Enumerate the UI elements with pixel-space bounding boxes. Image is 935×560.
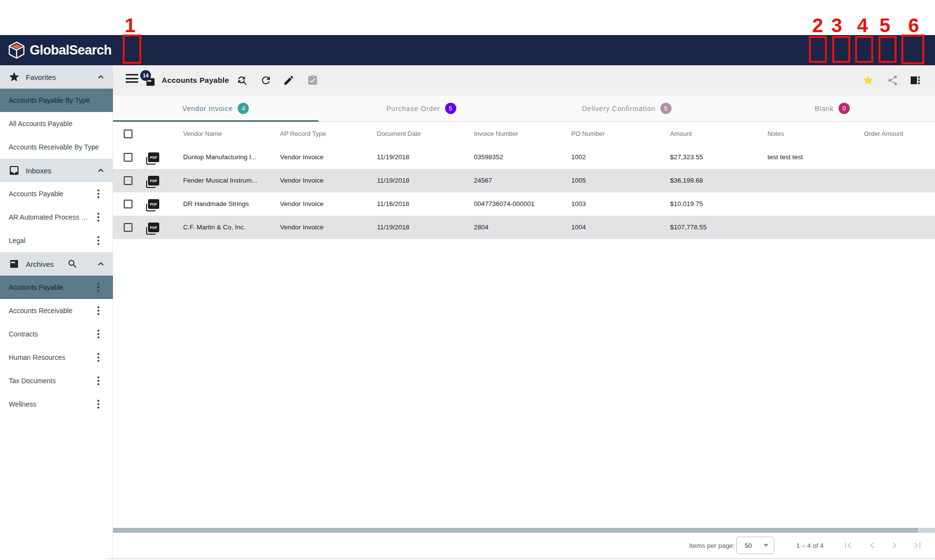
cell-amount: $36,199.68: [670, 169, 703, 192]
cell-po-number: 1003: [571, 192, 586, 216]
next-page-icon[interactable]: [889, 540, 900, 551]
items-per-page-value: 50: [745, 542, 752, 549]
table-row[interactable]: PDF C.F. Martin & Co, Inc. Vendor Invoic…: [113, 216, 935, 239]
cell-po-number: 1005: [571, 169, 586, 192]
annotation-number-6: 6: [908, 15, 919, 37]
pdf-document-icon[interactable]: PDF: [148, 199, 159, 209]
section-header-archives[interactable]: Archives: [0, 252, 113, 276]
pdf-document-icon[interactable]: PDF: [148, 223, 159, 232]
column-header-notes[interactable]: Notes: [767, 122, 784, 146]
view-layout-icon[interactable]: [909, 75, 921, 86]
select-all-checkbox[interactable]: [124, 130, 132, 138]
search-again-icon[interactable]: [236, 75, 248, 86]
tab-blank[interactable]: Blank 0: [729, 95, 935, 121]
tab-purchase-order[interactable]: Purchase Order 5: [318, 95, 524, 121]
bottom-divider: [107, 559, 935, 559]
refresh-icon[interactable]: [260, 75, 272, 86]
kebab-menu-icon[interactable]: [97, 283, 99, 292]
row-checkbox[interactable]: [124, 176, 132, 185]
last-page-icon[interactable]: [912, 540, 923, 551]
annotation-box-5: [879, 36, 897, 63]
row-checkbox[interactable]: [124, 153, 132, 162]
sidebar-item-tax-documents[interactable]: Tax Documents: [0, 369, 113, 392]
horizontal-scrollbar[interactable]: [113, 528, 935, 533]
sidebar-item-accounts-receivable[interactable]: Accounts Receivable: [0, 299, 113, 322]
sidebar-item-inbox-accounts-payable[interactable]: Accounts Payable: [0, 182, 113, 205]
column-header-document-date[interactable]: Document Date: [377, 122, 421, 146]
row-checkbox[interactable]: [124, 200, 132, 208]
tab-label: Purchase Order: [386, 105, 440, 112]
sidebar-item-archive-accounts-payable[interactable]: Accounts Payable: [0, 276, 113, 299]
sidebar-item-accounts-receivable-by-type[interactable]: Accounts Receivable By Type: [0, 135, 113, 159]
kebab-menu-icon[interactable]: [97, 306, 99, 315]
sidebar-item-label: Human Resources: [9, 354, 65, 361]
tab-label: Vendor Invoice: [183, 105, 233, 112]
first-page-icon[interactable]: [842, 540, 854, 551]
annotation-box-3: [832, 36, 850, 63]
items-per-page-select[interactable]: 50: [736, 537, 774, 554]
sidebar-item-label: Tax Documents: [9, 377, 56, 385]
previous-page-icon[interactable]: [866, 540, 878, 551]
inbox-doc-count: 14: [140, 70, 158, 90]
sidebar-item-legal[interactable]: Legal: [0, 229, 113, 252]
cell-amount: $27,323.55: [670, 146, 703, 169]
pdf-document-icon[interactable]: PDF: [148, 152, 159, 162]
archive-box-icon: [8, 258, 20, 270]
section-header-inboxes[interactable]: Inboxes: [0, 159, 113, 182]
row-checkbox[interactable]: [124, 223, 132, 232]
chevron-up-icon[interactable]: [95, 165, 106, 176]
globalsearch-logo-icon: [8, 41, 25, 59]
view-title: Accounts Payable: [162, 65, 229, 95]
tab-count-badge: 0: [839, 103, 850, 114]
sidebar: Favorites Accounts Payable By Type All A…: [0, 65, 113, 560]
section-title: Favorites: [26, 73, 56, 81]
sidebar-item-human-resources[interactable]: Human Resources: [0, 346, 113, 369]
share-icon[interactable]: [887, 75, 898, 86]
favorite-star-icon[interactable]: [862, 75, 874, 86]
table-header: Vendor Name AP Record Type Document Date…: [113, 122, 935, 146]
tasks-done-icon[interactable]: [307, 75, 318, 86]
edit-icon[interactable]: [283, 75, 295, 86]
kebab-menu-icon[interactable]: [97, 213, 99, 222]
search-icon[interactable]: [67, 259, 78, 269]
tab-vendor-invoice[interactable]: Vendor Invoice 4: [113, 95, 318, 121]
kebab-menu-icon[interactable]: [97, 236, 99, 245]
kebab-menu-icon[interactable]: [97, 400, 99, 409]
chevron-up-icon[interactable]: [95, 259, 106, 269]
cell-ap-record-type: Vendor Invoice: [280, 169, 323, 192]
sidebar-item-label: Contracts: [9, 330, 38, 338]
cell-amount: $107,778.55: [670, 216, 707, 239]
star-icon: [8, 71, 20, 83]
section-header-favorites[interactable]: Favorites: [0, 65, 113, 89]
column-header-amount[interactable]: Amount: [670, 122, 692, 146]
cell-document-date: 11/16/2018: [377, 192, 410, 216]
column-header-po-number[interactable]: PO Number: [571, 122, 605, 146]
scrollbar-thumb[interactable]: [113, 528, 918, 533]
menu-icon[interactable]: [126, 74, 138, 87]
sidebar-item-contracts[interactable]: Contracts: [0, 322, 113, 346]
sidebar-item-wellness[interactable]: Wellness: [0, 392, 113, 416]
sidebar-item-accounts-payable-by-type[interactable]: Accounts Payable By Type: [0, 89, 113, 112]
cell-ap-record-type: Vendor Invoice: [280, 216, 323, 239]
column-header-invoice-number[interactable]: Invoice Number: [474, 122, 518, 146]
table-row[interactable]: PDF Fender Musical Instrum... Vendor Inv…: [113, 169, 935, 192]
tab-label: Blank: [815, 105, 834, 112]
column-header-vendor-name[interactable]: Vendor Name: [183, 122, 222, 146]
sidebar-item-label: Accounts Payable: [9, 190, 63, 198]
column-header-order-amount[interactable]: Order Amount: [864, 122, 903, 146]
sidebar-item-all-accounts-payable[interactable]: All Accounts Payable: [0, 112, 113, 135]
pdf-document-icon[interactable]: PDF: [148, 176, 159, 186]
sidebar-item-ar-automated-process[interactable]: AR Automated Process …: [0, 205, 113, 229]
kebab-menu-icon[interactable]: [97, 376, 99, 385]
annotation-number-4: 4: [857, 15, 868, 37]
chevron-up-icon[interactable]: [95, 72, 106, 82]
annotation-box-2: [809, 36, 827, 63]
column-header-ap-record-type[interactable]: AP Record Type: [280, 122, 326, 146]
kebab-menu-icon[interactable]: [97, 353, 99, 362]
kebab-menu-icon[interactable]: [97, 330, 99, 338]
sidebar-item-label: Legal: [9, 237, 25, 244]
tab-delivery-confirmation[interactable]: Delivery Confirmation 5: [524, 95, 729, 121]
table-row[interactable]: PDF Dunlop Manufacturing I... Vendor Inv…: [113, 146, 935, 169]
kebab-menu-icon[interactable]: [97, 189, 99, 198]
table-row[interactable]: PDF DR Handmade Strings Vendor Invoice 1…: [113, 192, 935, 216]
